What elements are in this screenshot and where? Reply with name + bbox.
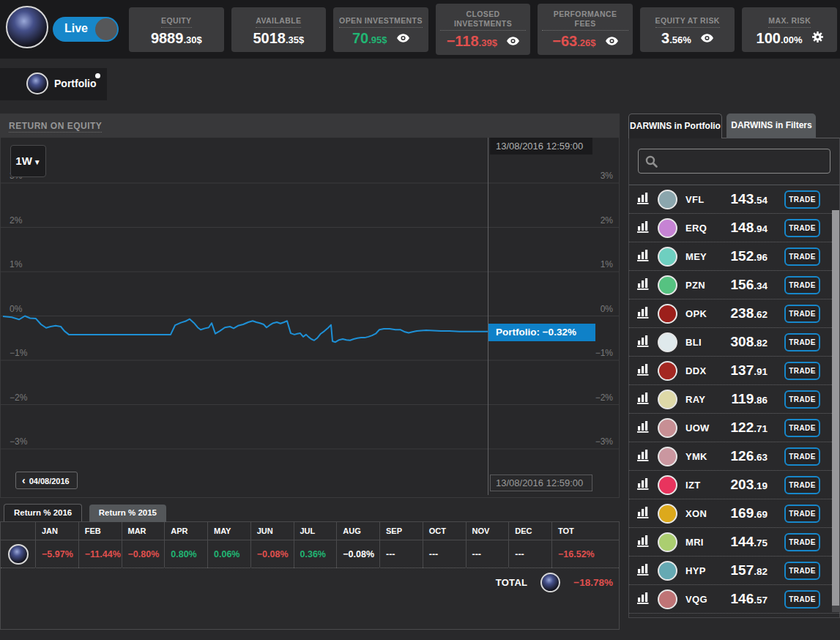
trade-button[interactable]: TRADE bbox=[784, 248, 820, 266]
bar-chart-icon[interactable] bbox=[636, 335, 651, 350]
darwin-list-item[interactable]: MRI 144.75 TRADE bbox=[629, 528, 839, 557]
darwin-price: 137.91 bbox=[719, 362, 767, 379]
darwin-ticker: OPK bbox=[685, 308, 719, 319]
scrollbar-thumb[interactable] bbox=[832, 210, 839, 606]
price-integer: 119 bbox=[732, 391, 754, 406]
darwin-list-item[interactable]: PZN 156.34 TRADE bbox=[629, 271, 839, 299]
trade-button[interactable]: TRADE bbox=[784, 362, 820, 380]
trade-button[interactable]: TRADE bbox=[784, 219, 820, 237]
eye-icon[interactable] bbox=[606, 35, 618, 48]
darwin-list-item[interactable]: HYP 157.82 TRADE bbox=[629, 557, 839, 585]
trade-button[interactable]: TRADE bbox=[784, 419, 820, 437]
trade-button[interactable]: TRADE bbox=[784, 476, 820, 494]
tab-return-2015[interactable]: Return % 2015 bbox=[89, 505, 166, 522]
trade-button[interactable]: TRADE bbox=[784, 190, 820, 209]
search-input[interactable] bbox=[662, 149, 825, 173]
total-value: −18.78% bbox=[573, 577, 613, 588]
y-axis-tick-right: 1% bbox=[601, 259, 613, 269]
month-header: NOV bbox=[466, 522, 509, 540]
month-value: −11.44% bbox=[78, 540, 122, 568]
bar-chart-icon[interactable] bbox=[636, 392, 651, 407]
stat-value: −118.39$ bbox=[440, 33, 527, 50]
scrollbar-track[interactable] bbox=[832, 210, 839, 612]
bar-chart-icon[interactable] bbox=[636, 563, 651, 578]
darwins-panel: DARWINS in Portfolio DARWINS in Filters bbox=[628, 114, 840, 619]
month-header: MAR bbox=[122, 522, 165, 540]
darwin-list-item[interactable]: RAY 119.86 TRADE bbox=[629, 385, 839, 414]
month-value: −5.97% bbox=[35, 540, 78, 568]
bar-chart-icon[interactable] bbox=[636, 535, 651, 550]
trade-button[interactable]: TRADE bbox=[784, 333, 820, 351]
darwin-price: 122.71 bbox=[719, 420, 767, 436]
trade-button[interactable]: TRADE bbox=[784, 562, 820, 580]
darwin-ticker: VQG bbox=[685, 594, 719, 605]
stat-card: PERFORMANCE FEES −63.26$ bbox=[538, 4, 633, 55]
darwin-list-item[interactable]: DDX 137.91 TRADE bbox=[629, 357, 839, 385]
gear-icon[interactable] bbox=[812, 31, 823, 45]
trade-button[interactable]: TRADE bbox=[784, 590, 820, 609]
live-toggle-label: Live bbox=[64, 22, 88, 35]
chart-canvas bbox=[1, 138, 620, 498]
darwin-list-item[interactable]: VFL 143.54 TRADE bbox=[629, 185, 839, 214]
live-toggle[interactable]: Live bbox=[53, 17, 119, 42]
bar-chart-icon[interactable] bbox=[636, 278, 651, 293]
month-header: OCT bbox=[423, 522, 466, 540]
price-integer: 126 bbox=[731, 448, 754, 464]
darwin-list-item[interactable]: VQG 146.57 TRADE bbox=[629, 585, 839, 614]
darwin-list-item[interactable]: BLI 308.82 TRADE bbox=[629, 328, 839, 357]
bar-chart-icon[interactable] bbox=[636, 506, 651, 521]
eye-icon[interactable] bbox=[397, 32, 409, 45]
trade-button[interactable]: TRADE bbox=[784, 505, 820, 523]
toggle-knob-icon[interactable] bbox=[95, 18, 117, 40]
darwin-list-item[interactable]: MEY 152.96 TRADE bbox=[629, 242, 839, 271]
stat-card: EQUITY AT RISK 3.56% bbox=[640, 7, 735, 52]
darwin-ticker: RAY bbox=[685, 394, 719, 405]
trade-button[interactable]: TRADE bbox=[784, 390, 820, 409]
month-value: --- bbox=[379, 540, 423, 568]
eye-icon[interactable] bbox=[701, 32, 713, 45]
darwin-list-item[interactable]: XON 169.69 TRADE bbox=[629, 499, 839, 528]
prev-date-button[interactable]: ‹04/08/2016 bbox=[15, 472, 78, 489]
darwin-ticker: PZN bbox=[685, 280, 719, 291]
tab-darwins-in-portfolio[interactable]: DARWINS in Portfolio bbox=[628, 114, 722, 138]
y-axis-tick-left: 2% bbox=[10, 215, 22, 226]
bar-chart-icon[interactable] bbox=[636, 249, 651, 264]
bar-chart-icon[interactable] bbox=[636, 306, 651, 321]
bar-chart-icon[interactable] bbox=[636, 592, 651, 607]
crosshair-date-bottom: 13/08/2016 12:59:00 bbox=[490, 475, 592, 491]
trade-button[interactable]: TRADE bbox=[784, 276, 820, 294]
tab-darwins-in-filters[interactable]: DARWINS in Filters bbox=[726, 114, 816, 138]
darwin-list-item[interactable]: UOW 122.71 TRADE bbox=[629, 414, 839, 442]
search-box[interactable] bbox=[638, 149, 830, 174]
bar-chart-icon[interactable] bbox=[636, 363, 651, 379]
trade-button[interactable]: TRADE bbox=[784, 305, 820, 323]
tab-return-2016[interactable]: Return % 2016 bbox=[4, 504, 82, 521]
trade-button[interactable]: TRADE bbox=[784, 447, 820, 466]
tab-portfolio[interactable]: Portfolio bbox=[0, 68, 107, 100]
bar-chart-icon[interactable] bbox=[636, 420, 651, 436]
period-dropdown[interactable]: 1W▼ bbox=[10, 145, 46, 177]
trade-button[interactable]: TRADE bbox=[784, 533, 820, 551]
eye-icon[interactable] bbox=[507, 35, 519, 48]
stat-card: MAX. RISK 100.00% bbox=[742, 7, 837, 52]
darwin-color-dot bbox=[658, 190, 677, 209]
bar-chart-icon[interactable] bbox=[636, 477, 651, 493]
darwin-price: 119.86 bbox=[719, 391, 767, 407]
darwin-list-item[interactable]: OPK 238.62 TRADE bbox=[629, 299, 839, 328]
price-fraction: .69 bbox=[754, 509, 767, 520]
bar-chart-icon[interactable] bbox=[636, 449, 651, 464]
account-avatar[interactable] bbox=[6, 6, 48, 48]
row-avatar bbox=[8, 544, 29, 565]
stat-value-fraction: .39$ bbox=[479, 37, 497, 48]
darwin-ticker: XON bbox=[685, 508, 719, 519]
darwin-list-item[interactable]: ERQ 148.94 TRADE bbox=[629, 214, 839, 242]
darwin-list-item[interactable]: YMK 126.63 TRADE bbox=[629, 442, 839, 471]
chart-area[interactable]: 3%3%2%2%1%1%0%0%−1%−1%−2%−2%−3%−3% 1W▼ 1… bbox=[0, 138, 620, 498]
portfolio-return-line bbox=[3, 316, 488, 343]
y-axis-tick-right: 0% bbox=[601, 304, 613, 314]
bar-chart-icon[interactable] bbox=[636, 192, 651, 207]
price-integer: 238 bbox=[731, 305, 754, 321]
bar-chart-icon[interactable] bbox=[636, 220, 651, 236]
darwin-color-dot bbox=[658, 304, 677, 324]
darwin-list-item[interactable]: IZT 203.19 TRADE bbox=[629, 471, 839, 499]
